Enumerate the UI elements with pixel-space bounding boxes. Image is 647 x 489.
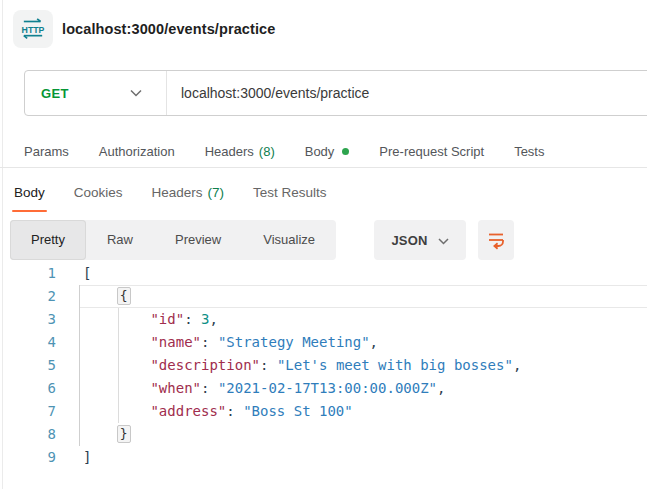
token-str: "Boss St 100" [243, 403, 353, 419]
request-tabs: ParamsAuthorizationHeaders(8)BodyPre-req… [24, 136, 544, 167]
token-punc: : [201, 334, 218, 350]
response-tab-cookies[interactable]: Cookies [72, 179, 125, 212]
token-punc: , [370, 334, 378, 350]
token-sp [83, 334, 150, 350]
token-punc: , [209, 311, 217, 327]
code-line-8: 8 } [0, 423, 647, 446]
http-logo-icon: HTTP [18, 14, 48, 44]
token-punc: ] [83, 449, 91, 465]
code-line-content: { [79, 285, 647, 308]
code-line-content: "name": "Strategy Meeting", [79, 331, 647, 354]
token-sp [83, 426, 117, 442]
tab-label: Raw [107, 232, 133, 247]
token-key: "address" [150, 403, 226, 419]
view-mode-pretty[interactable]: Pretty [10, 220, 86, 260]
line-number: 4 [0, 331, 79, 354]
line-number: 6 [0, 377, 79, 400]
method-selector[interactable]: GET [25, 71, 166, 115]
url-input[interactable]: localhost:3000/events/practice [181, 85, 369, 101]
response-toolbar: PrettyRawPreviewVisualize JSON [0, 220, 647, 260]
code-line-2: 2 { [0, 285, 647, 308]
tab-label: Pretty [31, 232, 65, 247]
tab-label: Params [24, 144, 69, 159]
request-window: HTTP localhost:3000/events/practice GET … [0, 0, 647, 489]
response-body-viewer: 1[2 {3 "id": 3,4 "name": "Strategy Meeti… [0, 262, 647, 489]
fold-marker-brace[interactable]: } [117, 425, 131, 443]
request-tab-authorization[interactable]: Authorization [99, 144, 175, 159]
url-bar-divider [166, 71, 167, 115]
method-label: GET [41, 86, 69, 101]
indent-guide [118, 308, 119, 423]
token-sp [83, 311, 150, 327]
request-tab-pre-request-script[interactable]: Pre-request Script [379, 144, 484, 159]
line-number: 8 [0, 423, 79, 446]
token-punc: , [437, 380, 445, 396]
view-mode-raw[interactable]: Raw [86, 220, 154, 260]
code-line-content: "when": "2021-02-17T13:00:00.000Z", [79, 377, 647, 400]
http-icon-label: HTTP [22, 25, 45, 35]
code-line-1: 1[ [0, 262, 647, 285]
tab-label: Preview [175, 232, 221, 247]
tab-label: Tests [514, 144, 544, 159]
token-punc: : [260, 357, 277, 373]
token-sp [83, 288, 117, 304]
fold-marker-brace[interactable]: { [117, 287, 131, 305]
chevron-down-icon [130, 89, 142, 97]
token-punc: , [513, 357, 521, 373]
code-line-content: [ [79, 262, 647, 285]
body-modified-dot-icon [342, 148, 349, 155]
http-request-icon: HTTP [13, 10, 53, 48]
token-punc: : [184, 311, 201, 327]
wrap-lines-button[interactable] [478, 220, 514, 260]
tab-label: Authorization [99, 144, 175, 159]
response-tab-body[interactable]: Body [12, 179, 47, 212]
line-number: 2 [0, 285, 79, 308]
request-tab-params[interactable]: Params [24, 144, 69, 159]
token-key: "description" [150, 357, 260, 373]
code-line-content: } [79, 423, 647, 446]
code-line-3: 3 "id": 3, [0, 308, 647, 331]
line-number: 1 [0, 262, 79, 285]
code-lines: 1[2 {3 "id": 3,4 "name": "Strategy Meeti… [0, 262, 647, 469]
line-number: 9 [0, 446, 79, 469]
line-number: 3 [0, 308, 79, 331]
format-label: JSON [391, 233, 427, 248]
token-punc: [ [83, 265, 91, 281]
token-sp [83, 357, 150, 373]
token-str: "2021-02-17T13:00:00.000Z" [218, 380, 437, 396]
token-key: "when" [150, 380, 201, 396]
tab-count-badge: (7) [208, 185, 225, 200]
token-str: "Let's meet with big bosses" [277, 357, 513, 373]
request-tab-tests[interactable]: Tests [514, 144, 544, 159]
format-dropdown[interactable]: JSON [374, 220, 466, 260]
code-line-4: 4 "name": "Strategy Meeting", [0, 331, 647, 354]
request-tab-headers[interactable]: Headers(8) [205, 144, 275, 159]
code-line-content: ] [79, 446, 647, 469]
response-tab-headers[interactable]: Headers(7) [150, 179, 227, 212]
section-divider [0, 167, 647, 168]
view-mode-visualize[interactable]: Visualize [242, 220, 336, 260]
token-punc: : [226, 403, 243, 419]
code-line-content: "address": "Boss St 100" [79, 400, 647, 423]
code-line-7: 7 "address": "Boss St 100" [0, 400, 647, 423]
token-sp [83, 380, 150, 396]
view-mode-group: PrettyRawPreviewVisualize [10, 220, 336, 260]
line-number: 7 [0, 400, 79, 423]
tab-label: Headers [152, 185, 203, 200]
tab-label: Body [305, 144, 335, 159]
token-key: "id" [150, 311, 184, 327]
code-line-5: 5 "description": "Let's meet with big bo… [0, 354, 647, 377]
line-number: 5 [0, 354, 79, 377]
token-str: "Strategy Meeting" [218, 334, 370, 350]
response-tabs: BodyCookiesHeaders(7)Test Results [12, 179, 329, 212]
view-mode-preview[interactable]: Preview [154, 220, 242, 260]
token-punc: : [201, 380, 218, 396]
tab-label: Headers [205, 144, 254, 159]
tab-label: Pre-request Script [379, 144, 484, 159]
response-tab-test-results[interactable]: Test Results [251, 179, 329, 212]
request-tab-body[interactable]: Body [305, 144, 350, 159]
tab-label: Body [14, 185, 45, 200]
tab-label: Visualize [263, 232, 315, 247]
url-bar: GET localhost:3000/events/practice [24, 70, 647, 116]
token-key: "name" [150, 334, 201, 350]
